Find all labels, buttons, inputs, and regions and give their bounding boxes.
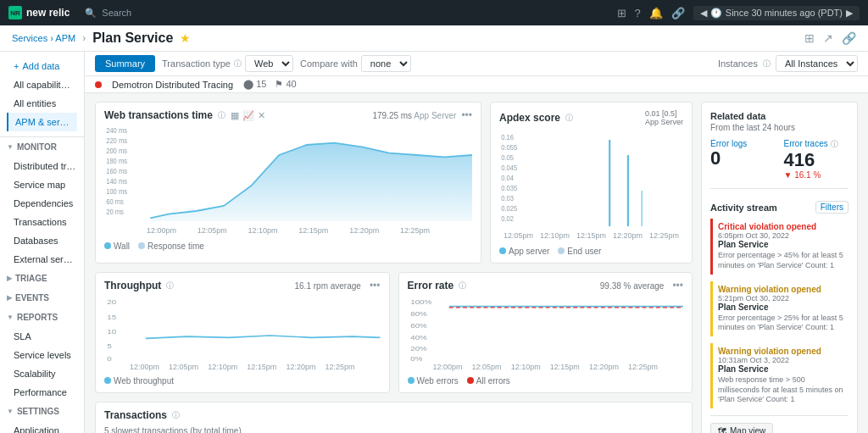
wt-chart-area: 240 ms 220 ms 200 ms 180 ms 160 ms 140 m… [104,125,472,226]
chart-more-tp[interactable]: ••• [370,280,381,291]
sidebar-item-dependencies[interactable]: Dependencies [0,194,84,213]
sidebar-item-all-capabilities[interactable]: All capabilities [7,75,77,94]
sidebar-reports-header[interactable]: ▼ Reports [0,308,84,327]
info-icon-2: ⓘ [763,58,771,69]
wt-value: 179.25 ms App Server [372,111,456,120]
sidebar-events-section: ▶ Events [0,288,84,308]
count-circle: ⬤ 15 [243,79,266,90]
map-view-button[interactable]: 🗺 Map view [710,423,773,433]
compare-with-select[interactable]: none [361,55,411,72]
favorite-star[interactable]: ★ [180,31,191,45]
time-arrow-left[interactable]: ◀ [700,8,707,19]
wt-x-axis: 12:00pm12:05pm12:10pm12:15pm12:20pm12:25… [104,226,472,238]
topbar: NR new relic 🔍 Search ⊞ ? 🔔 🔗 ◀ 🕐 Since … [0,0,868,25]
sidebar-item-apm-services[interactable]: APM & services [7,113,77,131]
svg-text:140 ms: 140 ms [106,177,127,185]
topbar-icon-1: ⊞ [617,7,626,19]
sidebar-item-service-levels[interactable]: Service levels [0,346,84,364]
sidebar-triage-header[interactable]: ▶ Triage [0,269,84,288]
search-icon: 🔍 [85,8,97,19]
er-legend: Web errors All errors [408,376,684,386]
svg-text:20%: 20% [410,346,427,353]
summary-tab[interactable]: Summary [95,55,155,72]
apdex-header: Apdex score ⓘ 0.01 [0.5]App Server [499,109,683,126]
chart-icon-expand[interactable]: ✕ [258,110,265,121]
chart-more-er[interactable]: ••• [672,280,683,291]
sidebar-settings-header[interactable]: ▼ Settings [0,402,84,421]
page-header: Services › APM › Plan Service ★ ⊞ ↗ 🔗 [0,25,868,52]
apdex-x-axis: 12:05pm12:10pm12:15pm12:20pm12:25pm [499,231,683,243]
breadcrumb-sep: › [82,32,86,44]
transaction-type-label: Transaction type [162,58,231,69]
service-name[interactable]: Demotron Distributed Tracing [112,80,233,90]
chart-more-wt[interactable]: ••• [461,109,472,121]
error-rate-svg: 100% 80% 60% 40% 20% 0% [408,295,684,363]
sidebar-item-application[interactable]: Application [0,421,84,433]
sidebar-item-scalability[interactable]: Scalability [0,364,84,383]
error-rate-chart-area: 100% 80% 60% 40% 20% 0% [408,295,684,363]
breadcrumb: Services › APM [12,33,75,43]
search-label[interactable]: Search [102,8,131,18]
activity-item-desc: Error percentage > 45% for at least 5 mi… [718,251,843,270]
sidebar-item-performance[interactable]: Performance [0,383,84,402]
wt-svg: 240 ms 220 ms 200 ms 180 ms 160 ms 140 m… [104,125,472,226]
status-counts: ⬤ 15 ⚑ 40 [243,79,297,90]
activity-item: Critical violation opened 6:05pm Oct 30,… [710,219,849,274]
chart-icons-wt: ▦ 📈 ✕ [231,110,265,121]
svg-text:180 ms: 180 ms [106,157,127,164]
topbar-icon-4: 🔗 [671,7,685,19]
bottom-charts-row: Throughput ⓘ 16.1 rpm average ••• 20 15 … [95,272,693,393]
top-charts-row: Web transactions time ⓘ ▦ 📈 ✕ 179.25 ms … [95,102,693,264]
filters-button[interactable]: Filters [815,201,849,214]
instances-select[interactable]: All Instances [776,55,858,72]
sidebar-reports-section: ▼ Reports SLA Service levels Scalability… [0,308,84,402]
status-bar: Demotron Distributed Tracing ⬤ 15 ⚑ 40 [85,76,868,93]
sidebar-item-sla[interactable]: SLA [0,327,84,346]
sidebar-events-header[interactable]: ▶ Events [0,288,84,308]
svg-text:60 ms: 60 ms [106,197,124,205]
sidebar-monitor-section: ▼ Monitor Distributed tracing Service ma… [0,137,84,269]
tp-x-axis: 12:00pm12:05pm12:10pm12:15pm12:20pm12:25… [104,363,381,373]
transactions-subtitle: 5 slowest transactions (by total time) [104,426,683,433]
apdex-value: 0.01 [0.5]App Server [645,109,683,126]
time-arrow-right[interactable]: ▶ [846,8,853,19]
error-row: Error logs 0 Error traces ⓘ 416 ▼ 16.1 % [710,139,849,180]
transaction-type-select[interactable]: Web [245,55,293,72]
chart-icon-line[interactable]: 📈 [242,110,254,121]
error-traces-box: Error traces ⓘ 416 ▼ 16.1 % [784,139,849,180]
activity-item-service: Plan Service [718,303,843,312]
info-icon-tp: ⓘ [166,280,174,291]
sidebar-item-all-entities[interactable]: All entities [7,94,77,113]
activity-item-time: 10:31am Oct 3, 2022 [718,356,843,364]
sidebar-monitor-header[interactable]: ▼ Monitor [0,137,84,157]
right-panel: Related data From the last 24 hours Erro… [701,102,858,433]
time-range[interactable]: ◀ 🕐 Since 30 minutes ago (PDT) ▶ [693,6,860,20]
link-icon: 🔗 [842,31,856,45]
chart-icon-bar[interactable]: ▦ [231,110,239,121]
sidebar-item-add-data[interactable]: + Add data [7,57,77,75]
svg-text:220 ms: 220 ms [106,136,127,144]
sidebar-triage-section: ▶ Triage [0,269,84,288]
svg-text:60%: 60% [410,322,427,329]
web-transactions-header: Web transactions time ⓘ ▦ 📈 ✕ 179.25 ms … [104,109,472,121]
sidebar-settings-section: ▼ Settings Application Alert conditions … [0,402,84,433]
activity-item: Warning violation opened 5:21pm Oct 30, … [710,281,849,336]
apdex-svg: 0.16 0.055 0.05 0.045 0.04 0.035 0.03 0.… [499,130,683,231]
plus-icon: + [14,61,19,71]
sidebar-item-transactions[interactable]: Transactions [0,213,84,231]
transaction-type-group: Transaction type ⓘ Web [162,55,293,72]
svg-text:0.02: 0.02 [501,215,514,223]
transactions-section: Transactions ⓘ 5 slowest transactions (b… [95,402,693,433]
info-icon-apdex: ⓘ [565,113,573,124]
sidebar-item-service-map[interactable]: Service map [0,175,84,194]
error-logs-box: Error logs 0 [710,139,776,180]
svg-text:5: 5 [107,342,112,349]
map-divider [710,415,849,423]
sidebar-item-databases[interactable]: Databases [0,231,84,250]
web-transactions-title: Web transactions time [104,109,213,121]
topbar-nav: 🔍 Search [85,8,609,19]
page-title: Plan Service [92,31,173,46]
svg-text:20: 20 [107,299,116,306]
sidebar-item-distributed-tracing[interactable]: Distributed tracing [0,157,84,175]
sidebar-item-external-services[interactable]: External services [0,250,84,269]
